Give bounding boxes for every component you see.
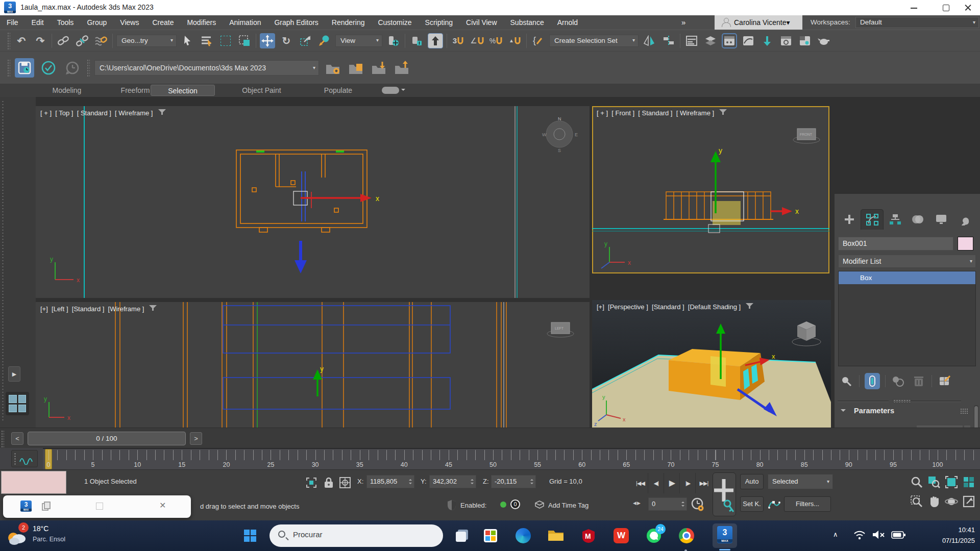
zoom-icon[interactable] [910, 475, 924, 489]
absolute-offset-toggle-icon[interactable] [338, 475, 352, 490]
key-filters-curve-icon[interactable] [768, 497, 781, 513]
export-file-icon[interactable] [393, 59, 411, 77]
ribbon-tab-modeling[interactable]: Modeling [34, 85, 100, 96]
enabled-count-badge[interactable]: 0 [510, 499, 520, 509]
angle-snap-icon[interactable]: ∠ [470, 33, 485, 48]
edit-named-selection-sets-icon[interactable]: { [530, 33, 546, 48]
menu-item-2[interactable]: Tools [51, 15, 81, 30]
x-coordinate-field[interactable]: 1185,805 [366, 475, 414, 488]
import-file-icon[interactable] [370, 59, 388, 77]
previous-frame-button[interactable]: < [11, 432, 23, 445]
viewport-left[interactable]: [+] [Left ] [Standard ] [Wireframe ] [36, 302, 590, 428]
curve-editor-icon[interactable] [741, 33, 756, 48]
previous-frame-playback-button[interactable]: ◀| [649, 473, 664, 493]
wifi-icon[interactable] [853, 530, 866, 542]
task-view-icon[interactable] [453, 527, 471, 544]
show-end-result-icon[interactable] [865, 373, 880, 389]
ribbon-toggle-icon[interactable] [722, 33, 737, 48]
redo-icon[interactable]: ↷ [33, 33, 48, 48]
edge-icon[interactable] [514, 527, 532, 544]
chrome-icon[interactable] [678, 527, 695, 544]
menu-item-4[interactable]: Views [113, 15, 145, 30]
mini-curve-editor-button[interactable] [11, 450, 38, 467]
spinner-snap-icon[interactable]: ▲ [507, 33, 523, 48]
weather-desc[interactable]: Parc. Ensol [33, 536, 65, 543]
open-folder-icon[interactable] [347, 59, 365, 77]
user-account-button[interactable]: Carolina Vicente▾ [715, 15, 802, 30]
go-to-end-button[interactable]: ▶▶| [696, 473, 712, 493]
viewport-front-label[interactable]: [ + ] [ Front ] [ Standard ] [ Wireframe… [597, 109, 727, 117]
viewport-top-label[interactable]: [ + ] [ Top ] [ Standard ] [ Wireframe ] [40, 109, 166, 117]
select-and-rotate-icon[interactable]: ↻ [279, 33, 294, 48]
popup-close-icon[interactable]: ✕ [159, 500, 166, 510]
viewport-layout-button[interactable] [6, 392, 29, 415]
modify-tab-icon[interactable] [861, 209, 884, 230]
snap-toggle-3d-icon[interactable]: 3 [451, 33, 466, 48]
render-setup-icon[interactable] [778, 33, 794, 48]
menu-overflow-chevron[interactable]: » [681, 15, 684, 30]
selection-filter-dropdown[interactable]: Geo...try▾ [116, 35, 177, 47]
render-icon[interactable] [816, 33, 831, 48]
menu-item-9[interactable]: Rendering [325, 15, 372, 30]
filter-funnel-icon[interactable] [149, 305, 157, 313]
hierarchy-tab-icon[interactable] [884, 209, 906, 230]
maximize-viewport-toggle-icon[interactable] [962, 494, 976, 509]
utilities-tab-icon[interactable] [952, 209, 975, 230]
filter-funnel-icon[interactable] [719, 109, 727, 117]
stack-item-box[interactable]: Box [839, 271, 975, 284]
history-icon[interactable] [63, 58, 82, 78]
popup-copy-icon[interactable] [42, 502, 51, 513]
select-and-place-icon[interactable] [316, 33, 332, 48]
menu-item-13[interactable]: Substance [504, 15, 551, 30]
material-editor-icon[interactable] [760, 33, 775, 48]
zoom-all-icon[interactable] [927, 475, 941, 489]
perspective-viewport-canvas[interactable]: x y x z [592, 300, 831, 428]
ribbon-tab-object-paint[interactable]: Object Paint [225, 85, 299, 96]
health-check-icon[interactable] [39, 58, 58, 78]
scene-explorer-icon[interactable] [684, 33, 699, 48]
menu-item-0[interactable]: File [0, 15, 25, 30]
menu-item-1[interactable]: Edit [25, 15, 51, 30]
filters-button[interactable]: Filters... [784, 496, 831, 512]
make-unique-icon[interactable] [891, 373, 906, 389]
auto-key-button[interactable]: Auto [740, 474, 764, 489]
ribbon-overflow-icon[interactable] [382, 87, 399, 94]
set-key-button[interactable]: Set K. [740, 496, 764, 512]
path-drag-handle[interactable] [87, 59, 90, 77]
zoom-extents-all-icon[interactable] [962, 475, 976, 489]
menu-item-10[interactable]: Customize [371, 15, 418, 30]
orbit-icon[interactable] [944, 494, 959, 509]
select-and-manipulate-icon[interactable] [409, 33, 424, 48]
motion-tab-icon[interactable] [906, 209, 929, 230]
wps-office-icon[interactable]: W [612, 527, 630, 544]
menu-item-7[interactable]: Animation [223, 15, 267, 30]
tray-chevron-icon[interactable]: ∧ [833, 531, 838, 538]
battery-icon[interactable] [891, 531, 905, 541]
panel-splitter[interactable] [838, 399, 976, 403]
menu-item-11[interactable]: Scripting [419, 15, 459, 30]
menu-item-14[interactable]: Arnold [551, 15, 584, 30]
timeline-drag-handle[interactable] [1, 430, 4, 447]
create-tab-icon[interactable] [838, 209, 861, 230]
display-tab-icon[interactable] [929, 209, 952, 230]
ribbon-tab-populate[interactable]: Populate [306, 85, 370, 96]
weather-icon[interactable]: 2 [5, 524, 29, 549]
weather-temp[interactable]: 18°C [33, 524, 48, 533]
front-viewport-canvas[interactable]: FRONT y [592, 106, 829, 273]
minimize-button[interactable] [902, 0, 926, 15]
use-pivot-center-icon[interactable] [386, 33, 401, 48]
current-frame-field[interactable]: 0 [648, 497, 687, 511]
object-color-swatch[interactable] [958, 237, 973, 251]
menu-item-8[interactable]: Graph Editors [267, 15, 325, 30]
select-and-scale-icon[interactable] [298, 33, 313, 48]
maxscript-mini-listener[interactable] [1, 471, 66, 494]
viewport-perspective[interactable]: [+] [Perspective ] [Standard ] [Default … [592, 300, 831, 428]
popup-ghost-button[interactable] [96, 503, 103, 510]
timeline-ruler[interactable]: 0510152025303540455055606570758085909510… [43, 448, 980, 469]
undo-icon[interactable]: ↶ [14, 33, 29, 48]
autosave-icon[interactable] [15, 58, 34, 78]
file-explorer-icon[interactable] [547, 527, 565, 544]
toolbar-drag-handle[interactable] [7, 32, 10, 49]
y-coordinate-field[interactable]: 342,302 [429, 475, 476, 488]
ribbon-tab-selection[interactable]: Selection [151, 85, 215, 96]
